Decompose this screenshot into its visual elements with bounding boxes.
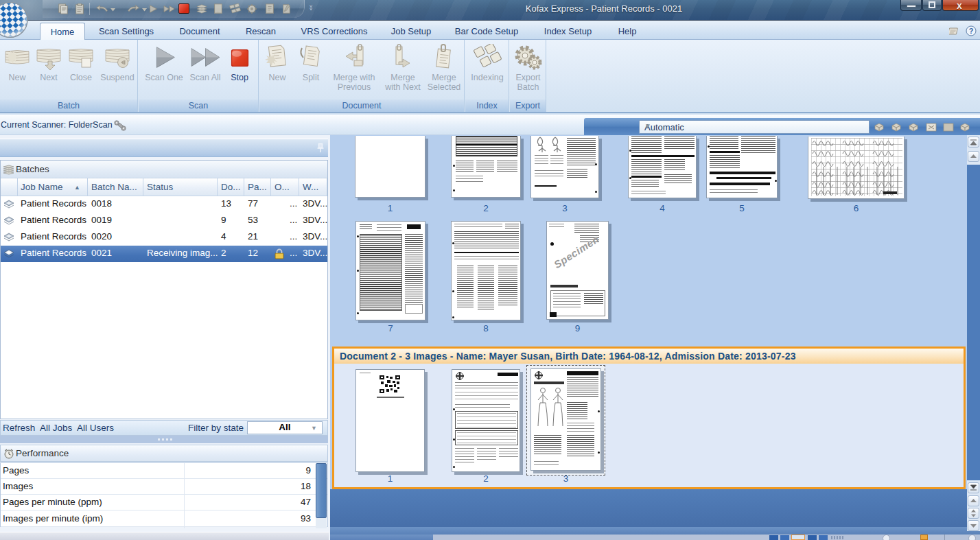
svg-text:?: ?	[969, 27, 974, 35]
